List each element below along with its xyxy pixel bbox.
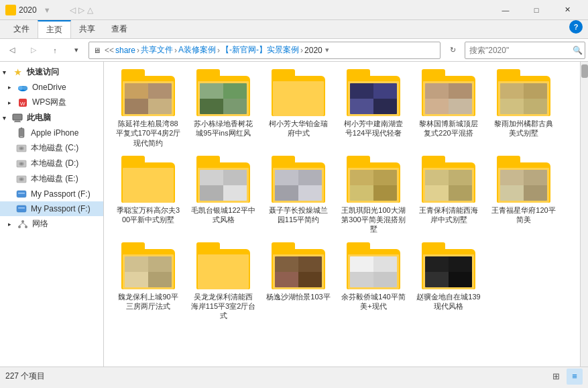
title-bar-left: 2020 ▼ ◁ ▷ △ [5, 5, 93, 15]
file-label: 魏龙保利上城90平三房两厅法式 [115, 292, 181, 311]
file-item[interactable]: 杨逸沙湖怡景103平 [262, 240, 335, 324]
svg-point-29 [25, 226, 27, 228]
window-controls: — □ ✕ [490, 0, 583, 20]
title-bar: 2020 ▼ ◁ ▷ △ — □ ✕ [0, 0, 588, 20]
sidebar-section-thispc[interactable]: ▾ 此电脑 [0, 110, 103, 126]
sidebar-item-wps[interactable]: ▸ W WPS网盘 [0, 95, 103, 110]
nav-up-button[interactable]: ↑ [46, 41, 64, 60]
title-text: 2020 [19, 5, 37, 15]
quickaccess-label: 快速访问 [27, 66, 59, 78]
search-input[interactable] [469, 46, 570, 55]
network-label: 网络 [32, 218, 48, 230]
nav-up-title-icon[interactable]: △ [87, 5, 93, 15]
mypassport2-label: My Passport (F:) [31, 204, 91, 213]
file-label: 王青保利清能西海岸中式别墅 [416, 205, 481, 225]
file-label: 聂子芋长投燥城兰园115平简约 [266, 205, 331, 225]
file-label: 柯小芳大华铂金瑞府中式 [266, 119, 331, 138]
file-item[interactable]: 陈延祥生柏晨湾88平复式170平4房2厅现代简约 [112, 67, 184, 151]
file-item[interactable]: 王凯琪阳光100大湖第300平简美混搭别墅 [337, 154, 410, 238]
file-label: 王凯琪阳光100大湖第300平简美混搭别墅 [341, 205, 406, 234]
maximize-button[interactable]: □ [521, 0, 552, 20]
nav-back-button[interactable]: ◁ [3, 41, 21, 60]
file-item[interactable]: 黎林国博新城顶层复式220平混搭 [412, 67, 485, 151]
disk-e-icon [16, 174, 27, 185]
title-path: ▼ [44, 6, 51, 14]
svg-point-27 [21, 220, 24, 223]
file-item[interactable]: 余芬毅侨城140平简美+现代 [337, 240, 410, 324]
disk-c-icon [16, 143, 27, 154]
sidebar-section-quickaccess[interactable]: ▾ ★ 快速访问 [0, 64, 103, 80]
nav-back-title-icon[interactable]: ◁ [70, 5, 76, 15]
file-label: 杨逸沙湖怡景103平 [266, 292, 330, 301]
ribbon: 文件 主页 共享 查看 ? [0, 20, 588, 39]
path-year: 2020 [304, 46, 322, 55]
path-official[interactable]: 【-新官网-】实景案例 [221, 44, 299, 56]
address-bar: ◁ ▷ ↑ ▾ 🖥 << share › 共享文件 › A装修案例 › 【-新官… [0, 39, 588, 62]
file-item[interactable]: 聂子芋长投燥城兰园115平简约 [262, 154, 335, 238]
svg-rect-23 [17, 191, 26, 197]
path-shared[interactable]: 共享文件 [141, 44, 173, 56]
file-item[interactable]: 魏龙保利上城90平三房两厅法式 [112, 240, 184, 324]
sidebar-item-diskd[interactable]: 本地磁盘 (D:) [0, 156, 103, 171]
file-label: 黎雨加州橘郡古典美式别墅 [491, 119, 556, 138]
list-view-button[interactable]: ≡ [567, 369, 583, 385]
tab-view[interactable]: 查看 [103, 20, 135, 38]
file-item[interactable]: 季聪宝万科高尔夫300平新中式别墅 [112, 154, 184, 238]
file-label: 赵骥金地自在城139现代风格 [416, 292, 481, 311]
file-label: 季聪宝万科高尔夫300平新中式别墅 [115, 205, 181, 225]
close-button[interactable]: ✕ [552, 0, 583, 20]
mypassport1-label: My Passport (F:) [31, 189, 91, 199]
iphone-icon [16, 128, 27, 138]
svg-line-31 [23, 223, 26, 226]
disk-d-icon [16, 158, 27, 169]
diskc-label: 本地磁盘 (C:) [31, 142, 78, 154]
iphone-label: Apple iPhone [31, 128, 78, 138]
sidebar-item-diskc[interactable]: 本地磁盘 (C:) [0, 140, 103, 156]
onedrive-label: OneDrive [32, 83, 66, 92]
file-item[interactable]: 苏小栋绿地香树花城95平ins网红风 [187, 67, 259, 151]
svg-rect-25 [17, 205, 26, 212]
sidebar-item-iphone[interactable]: Apple iPhone [0, 126, 103, 140]
svg-rect-7 [13, 114, 22, 120]
file-item[interactable]: 柯小芳大华铂金瑞府中式 [262, 67, 335, 151]
main-layout: ▾ ★ 快速访问 ▸ OneDrive ▸ W WPS网盘 ▾ 此电脑 [0, 62, 588, 367]
minimize-button[interactable]: — [490, 0, 521, 20]
star-icon: ★ [12, 67, 23, 78]
svg-rect-11 [19, 128, 24, 138]
file-item[interactable]: 柯小芳中建南湖壹号124平现代轻奢 [337, 67, 410, 151]
path-dropdown-icon[interactable]: ▾ [325, 46, 329, 54]
path-share[interactable]: share [115, 46, 135, 55]
refresh-button[interactable]: ↻ [443, 41, 462, 60]
tab-file[interactable]: 文件 [5, 20, 38, 38]
file-item[interactable]: 毛凯台银城122平中式风格 [187, 154, 259, 238]
chevron-down-icon: ▾ [3, 69, 6, 76]
file-item[interactable]: 吴龙龙保利清能西海岸115平3室2厅台式 [187, 240, 259, 324]
address-path[interactable]: 🖥 << share › 共享文件 › A装修案例 › 【-新官网-】实景案例 … [89, 42, 440, 59]
file-label: 毛凯台银城122平中式风格 [190, 205, 256, 225]
search-bar[interactable]: 🔍 [465, 42, 585, 59]
scrollbar-thumb[interactable] [581, 64, 588, 78]
nav-forward-title-icon[interactable]: ▷ [78, 5, 84, 15]
tab-share[interactable]: 共享 [71, 20, 103, 38]
thispc-label: 此电脑 [27, 112, 51, 124]
sidebar-item-diske[interactable]: 本地磁盘 (E:) [0, 171, 103, 187]
help-button[interactable]: ? [569, 20, 583, 34]
file-item[interactable]: 黎雨加州橘郡古典美式别墅 [487, 67, 560, 151]
sidebar-item-network[interactable]: ▸ 网络 [0, 216, 103, 232]
sidebar-item-onedrive[interactable]: ▸ OneDrive [0, 80, 103, 95]
nav-forward-button[interactable]: ▷ [24, 41, 43, 60]
file-label: 王青福星华府120平简美 [491, 205, 556, 225]
nav-recent-button[interactable]: ▾ [67, 41, 86, 60]
svg-rect-9 [15, 120, 20, 122]
passport1-icon [16, 189, 27, 199]
status-bar: 227 个项目 ⊞ ≡ [0, 367, 588, 385]
diskd-label: 本地磁盘 (D:) [31, 158, 78, 169]
tab-home[interactable]: 主页 [38, 20, 71, 38]
file-item[interactable]: 王青保利清能西海岸中式别墅 [412, 154, 485, 238]
path-decoration[interactable]: A装修案例 [178, 44, 216, 56]
sidebar-item-mypassport1[interactable]: My Passport (F:) [0, 187, 103, 201]
file-item[interactable]: 王青福星华府120平简美 [487, 154, 560, 238]
large-icon-view-button[interactable]: ⊞ [548, 369, 564, 385]
file-item[interactable]: 赵骥金地自在城139现代风格 [412, 240, 485, 324]
sidebar-item-mypassport2[interactable]: My Passport (F:) [0, 201, 103, 216]
